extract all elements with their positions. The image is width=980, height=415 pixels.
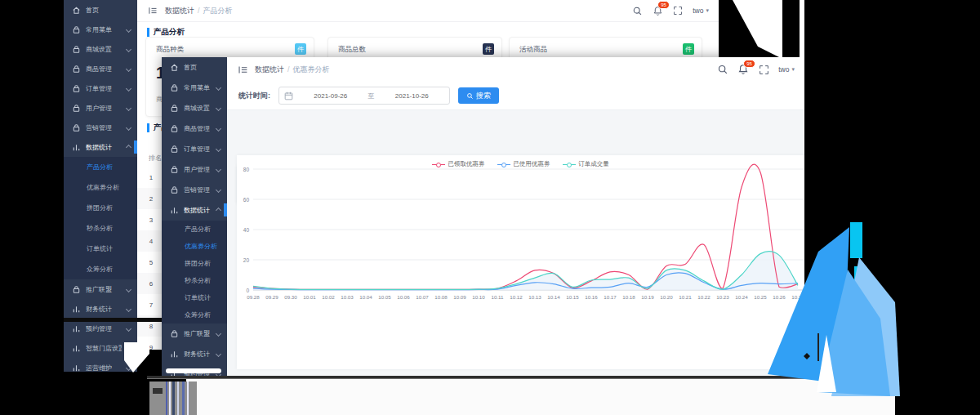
sidebar-item-智慧门店设置[interactable]: 智慧门店设置: [64, 338, 137, 358]
sidebar-item-label: 营销管理: [86, 123, 122, 132]
search-button[interactable]: 搜索: [458, 87, 499, 104]
menu-collapse-icon[interactable]: [237, 64, 248, 75]
sidebar-subitem-优惠券分析[interactable]: 优惠券分析: [64, 177, 137, 198]
chevron-down-icon: [126, 325, 131, 331]
sidebar-item-推广联盟[interactable]: 推广联盟: [162, 324, 227, 344]
fullscreen-icon[interactable]: [758, 64, 769, 75]
legend-item-已领取优惠券[interactable]: 已领取优惠券: [432, 160, 484, 168]
search-icon[interactable]: [631, 5, 643, 16]
sidebar-scrollbar[interactable]: [166, 368, 221, 373]
search-icon: [466, 92, 474, 100]
legend-item-已使用优惠券[interactable]: 已使用优惠券: [497, 160, 550, 168]
chevron-down-icon: [216, 331, 221, 337]
chart-icon: [169, 206, 179, 216]
sidebar-item-数据统计[interactable]: 数据统计: [64, 137, 137, 157]
active-indicator: [224, 203, 227, 216]
lock-icon: [71, 123, 81, 132]
user-menu[interactable]: two ▾: [693, 7, 709, 15]
breadcrumb: 数据统计/产品分析: [165, 6, 233, 16]
sidebar-item-推广联盟[interactable]: 推广联盟: [64, 279, 137, 299]
breadcrumb-root[interactable]: 数据统计: [165, 7, 194, 15]
unit-badge: 件: [483, 43, 494, 55]
sidebar-subitem-拼团分析[interactable]: 拼团分析: [64, 198, 137, 218]
sidebar-item-label: 订单管理: [86, 84, 122, 93]
lock-icon: [71, 103, 81, 113]
sidebar-item-常用菜单[interactable]: 常用菜单: [64, 20, 137, 39]
chevron-down-icon: [126, 105, 131, 110]
sidebar-subitem-产品分析[interactable]: 产品分析: [162, 221, 227, 238]
sidebar-item-label: 营销管理: [184, 185, 212, 194]
sidebar-subitem-秒杀分析[interactable]: 秒杀分析: [162, 272, 227, 289]
sidebar-item-首页[interactable]: 首页: [64, 0, 137, 20]
sidebar-subitem-优惠券分析[interactable]: 优惠券分析: [162, 238, 227, 255]
sidebar-subitem-订单统计[interactable]: 订单统计: [162, 289, 227, 306]
breadcrumb-root[interactable]: 数据统计: [255, 65, 284, 74]
sidebar-subitem-订单统计[interactable]: 订单统计: [64, 239, 137, 259]
sidebar-subitem-众筹分析[interactable]: 众筹分析: [162, 306, 227, 324]
sidebar-item-用户管理[interactable]: 用户管理: [64, 98, 137, 118]
sidebar-subitem-拼团分析[interactable]: 拼团分析: [162, 255, 227, 272]
sidebar-item-label: 推广联盟: [86, 285, 122, 294]
breadcrumb: 数据统计/优惠券分析: [255, 65, 330, 75]
search-icon[interactable]: [717, 64, 728, 75]
sidebar-item-常用菜单[interactable]: 常用菜单: [162, 78, 227, 98]
sidebar-back: 首页常用菜单商城设置商品管理订单管理用户管理营销管理数据统计产品分析优惠券分析拼…: [64, 0, 137, 372]
sidebar-item-label: 常用菜单: [184, 83, 212, 92]
sidebar-subitem-众筹分析[interactable]: 众筹分析: [64, 259, 137, 279]
lock-icon: [169, 83, 179, 93]
sidebar-item-label: 首页: [184, 63, 227, 72]
window-coupon-analysis: 首页常用菜单商城设置商品管理订单管理用户管理营销管理数据统计产品分析优惠券分析拼…: [162, 57, 804, 377]
sidebar-item-商城设置[interactable]: 商城设置: [162, 98, 227, 118]
lock-icon: [71, 83, 81, 93]
sidebar-item-财务统计[interactable]: 财务统计: [162, 344, 227, 364]
sidebar-item-label: 财务统计: [184, 350, 212, 359]
sidebar-item-商品管理[interactable]: 商品管理: [64, 59, 137, 78]
sidebar-item-label: 数据统计: [86, 143, 122, 152]
legend-marker: [432, 163, 445, 167]
lock-icon: [71, 284, 81, 294]
date-range-input[interactable]: 2021-09-26 至 2021-10-26: [278, 87, 450, 105]
sidebar-subitem-产品分析[interactable]: 产品分析: [64, 157, 137, 177]
menu-collapse-icon[interactable]: [147, 5, 158, 16]
chart-panel: [237, 155, 804, 369]
sidebar-item-商城设置[interactable]: 商城设置: [64, 39, 137, 59]
lock-icon: [169, 104, 179, 114]
fullscreen-icon[interactable]: [672, 5, 684, 16]
home-icon: [71, 5, 81, 15]
chevron-down-icon: [126, 65, 131, 71]
sidebar-item-首页[interactable]: 首页: [162, 57, 227, 78]
sidebar-item-订单管理[interactable]: 订单管理: [64, 78, 137, 98]
chevron-down-icon: [216, 351, 221, 357]
sidebar-item-数据统计[interactable]: 数据统计: [162, 200, 227, 221]
username: two: [693, 7, 703, 15]
chevron-down-icon: [126, 345, 131, 350]
chevron-down-icon: [216, 146, 221, 152]
sidebar-item-财务统计[interactable]: 财务统计: [64, 299, 137, 319]
sidebar-item-营销管理[interactable]: 营销管理: [162, 180, 227, 200]
start-date[interactable]: 2021-09-26: [298, 92, 363, 100]
sidebar-item-订单管理[interactable]: 订单管理: [162, 139, 227, 159]
filter-bar: 统计时间: 2021-09-26 至 2021-10-26 搜索: [227, 82, 804, 110]
sidebar-item-商品管理[interactable]: 商品管理: [162, 118, 227, 139]
end-date[interactable]: 2021-10-26: [380, 92, 445, 100]
chart-icon: [169, 350, 179, 359]
sidebar-item-label: 商品管理: [86, 65, 122, 74]
legend-item-订单成交量[interactable]: 订单成交量: [563, 160, 609, 168]
bell-icon[interactable]: 95: [652, 5, 663, 16]
bottom-white-band: [186, 378, 895, 415]
sidebar-subitem-秒杀分析[interactable]: 秒杀分析: [64, 218, 137, 239]
notification-badge: 95: [743, 60, 755, 68]
composite-screenshot: 首页常用菜单商城设置商品管理订单管理用户管理营销管理数据统计产品分析优惠券分析拼…: [0, 0, 980, 415]
date-separator: 至: [368, 91, 375, 100]
chevron-down-icon: [216, 187, 221, 193]
sidebar-item-用户管理[interactable]: 用户管理: [162, 159, 227, 180]
chevron-down-icon: [126, 286, 131, 292]
legend-label: 已领取优惠券: [448, 160, 484, 168]
lock-icon: [71, 44, 81, 54]
home-icon: [169, 63, 179, 73]
chart-icon: [71, 363, 81, 372]
user-menu[interactable]: two ▾: [778, 65, 795, 74]
sidebar-item-运营维护[interactable]: 运营维护: [64, 358, 137, 372]
bell-icon[interactable]: 95: [737, 64, 749, 75]
sidebar-item-营销管理[interactable]: 营销管理: [64, 118, 137, 137]
